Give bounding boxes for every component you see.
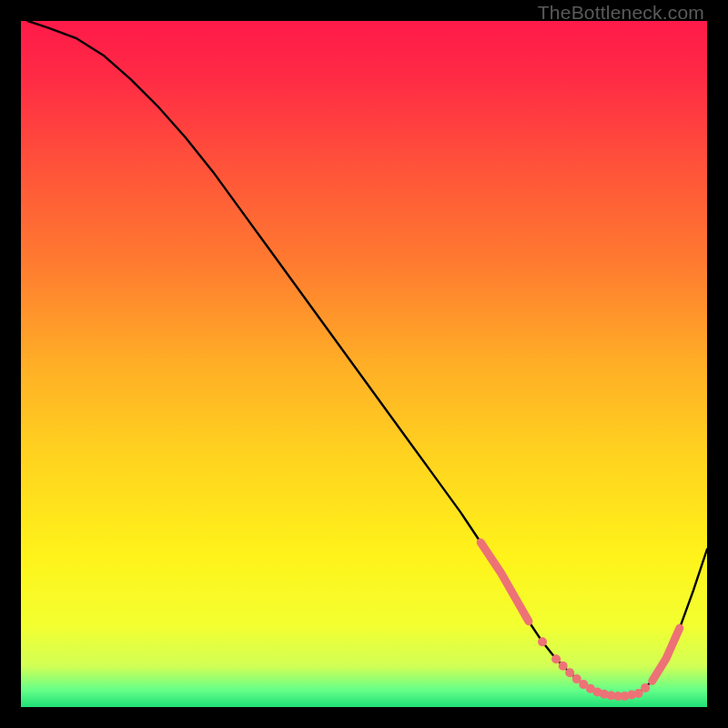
trough-point <box>565 668 574 677</box>
trough-point <box>551 654 561 663</box>
trough-point <box>538 637 547 646</box>
trough-point <box>559 662 568 671</box>
chart-svg <box>21 21 707 707</box>
trough-point <box>641 683 650 693</box>
chart-frame <box>21 21 707 707</box>
watermark-text: TheBottleneck.com <box>538 2 704 24</box>
chart-background <box>21 21 707 707</box>
